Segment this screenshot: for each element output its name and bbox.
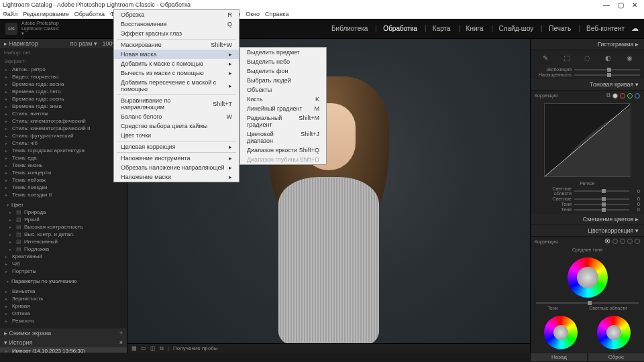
menu-item[interactable]: Новая маска ▸ — [114, 50, 239, 59]
rgb-channel[interactable] — [612, 93, 618, 99]
preset-group[interactable]: Креативный — [0, 253, 127, 260]
preset-item[interactable]: Времена года: зима — [0, 103, 127, 110]
preset-item[interactable]: Времена года: осень — [0, 95, 127, 103]
menu-item[interactable]: Выравнивание по направляющимShift+T — [114, 96, 239, 112]
maximize-button[interactable]: ▢ — [618, 1, 624, 9]
preset-item[interactable]: Стиль: ч/б — [0, 139, 127, 147]
redeye-icon[interactable]: ◉ — [625, 53, 634, 62]
menu-item[interactable]: Вычесть из маски с помощью ▸ — [114, 68, 239, 78]
submenu-item[interactable]: Линейный градиентM — [240, 104, 326, 113]
history-item[interactable]: Импорт (14.10.2023 13:56:30) — [0, 347, 127, 353]
tonecurve-header[interactable]: Тоновая кривая ▾ — [531, 79, 644, 90]
module-Книга[interactable]: Книга — [459, 25, 484, 32]
preset-item[interactable]: Виньетка — [0, 288, 127, 295]
submenu-item[interactable]: Радиальный градиентShift+M — [240, 113, 326, 129]
saturation-slider[interactable]: Насыщенность — [535, 72, 640, 77]
exposure-slider[interactable]: Экспозиция — [535, 67, 640, 72]
preset-item[interactable]: Оптика — [0, 310, 127, 317]
snapshots-header[interactable]: ▸ Снимки экрана+ — [0, 328, 127, 338]
region-slider[interactable]: Тени0 — [535, 207, 640, 212]
menu-item[interactable]: МаскированиеShift+W — [114, 40, 239, 50]
preset-item[interactable]: ▤Высокая контрастность — [0, 223, 127, 231]
menu-item[interactable]: Добавить к маске с помощью ▸ — [114, 59, 239, 68]
preset-item[interactable]: Автон.: ретро — [0, 66, 127, 73]
cg-global[interactable] — [635, 239, 640, 244]
red-channel[interactable] — [620, 93, 625, 99]
preset-group[interactable]: Ч/б — [0, 260, 127, 267]
cg-mid[interactable] — [620, 239, 625, 244]
preset-item[interactable]: Тема: жизнь — [0, 162, 127, 169]
module-Печать[interactable]: Печать — [541, 25, 571, 32]
colorgrading-header[interactable]: Цветокоррекция ▾ — [531, 225, 644, 237]
menu-file[interactable]: Файл — [3, 11, 17, 17]
color-group[interactable]: Цвет — [0, 201, 127, 208]
histogram-header[interactable]: Гистограмма ▸ — [531, 39, 644, 50]
preset-item[interactable]: ▤Подложка — [0, 245, 127, 253]
region-slider[interactable]: Тени0 — [535, 202, 640, 206]
before-after-icon[interactable]: ⧉ — [160, 345, 164, 352]
preset-item[interactable]: Тема: городская архитектура — [0, 147, 127, 154]
preset-item[interactable]: ▤Интенсивный — [0, 238, 127, 245]
preset-item[interactable]: ▤Яркий — [0, 216, 127, 223]
defaults-group[interactable]: Параметры по умолчанию — [0, 278, 127, 285]
menu-item[interactable]: Наложение инструмента ▸ — [114, 154, 239, 163]
menu-item[interactable]: Наложение маски ▸ — [114, 172, 239, 182]
menu-edit[interactable]: Редактирование — [23, 11, 69, 17]
compare-view-icon[interactable]: ◫ — [150, 345, 156, 351]
region-slider[interactable]: Светлые области0 — [535, 186, 640, 196]
menu-develop[interactable]: Обработка — [74, 11, 105, 17]
preset-item[interactable]: Видео: творчество — [0, 73, 127, 80]
preset-item[interactable]: Стиль: винтаж — [0, 110, 127, 117]
heal-icon[interactable]: ◌ — [582, 53, 592, 62]
blue-channel[interactable] — [635, 93, 640, 99]
menu-window[interactable]: Окно — [246, 11, 260, 17]
preset-item[interactable]: Стиль: кинематографический II — [0, 125, 127, 132]
preset-item[interactable]: Стиль: кинематографический — [0, 117, 127, 125]
module-Карта[interactable]: Карта — [425, 25, 451, 32]
preset-item[interactable]: Тема: концерты — [0, 169, 127, 176]
preset-item[interactable]: Зернистость — [0, 295, 127, 302]
preset-item[interactable]: Тема: поездки — [0, 184, 127, 191]
cg-shadow[interactable] — [612, 239, 618, 244]
preset-item[interactable]: Кривая — [0, 302, 127, 310]
menu-item[interactable]: Обрезать наложение направляющей ▸ — [114, 163, 239, 172]
module-Веб-контент[interactable]: Веб-контент — [579, 25, 625, 32]
tone-curve[interactable] — [544, 103, 631, 177]
grid-view-icon[interactable]: ▦ — [131, 345, 137, 351]
submenu-item[interactable]: Диапазон яркостиShift+Q — [240, 145, 326, 155]
menu-item[interactable]: Эффект красных глаз — [114, 29, 239, 38]
module-Библиотека[interactable]: Библиотека — [325, 25, 368, 32]
submenu-item[interactable]: Выделить предмет — [240, 48, 326, 57]
module-Обработка[interactable]: Обработка — [376, 25, 417, 32]
submenu-item[interactable]: Объекты — [240, 85, 326, 95]
mask-icon[interactable]: ◐ — [604, 53, 613, 62]
close-button[interactable]: ✕ — [632, 1, 637, 9]
preset-item[interactable]: Тема: еда — [0, 154, 127, 162]
colormix-header[interactable]: Смешение цветов ▸ — [531, 214, 644, 225]
menu-item[interactable]: ВосстановлениеQ — [114, 19, 239, 29]
preset-item[interactable]: Тема: пейзаж — [0, 176, 127, 184]
submenu-item[interactable]: Выбрать людей — [240, 76, 326, 85]
menu-item[interactable]: ОбрезкаR — [114, 10, 239, 19]
parametric-icon[interactable]: ⧉ — [606, 92, 610, 99]
edit-icon[interactable]: ✎ — [541, 53, 550, 62]
region-slider[interactable]: Светлые0 — [535, 196, 640, 201]
menu-help[interactable]: Справка — [265, 11, 288, 17]
cg-hi[interactable] — [627, 239, 633, 244]
menu-item[interactable]: Целевая коррекция ▸ — [114, 142, 239, 152]
submenu-item[interactable]: Цветовой диапазонShift+J — [240, 129, 326, 145]
preset-item[interactable]: Времена года: весна — [0, 80, 127, 88]
cg-slider[interactable] — [531, 302, 644, 304]
submenu-item[interactable]: КистьK — [240, 95, 326, 104]
preset-item[interactable]: Тема: поездки II — [0, 191, 127, 198]
minimize-button[interactable]: — — [603, 1, 610, 9]
submenu-item[interactable]: Выделить фон — [240, 66, 326, 76]
module-Слайд-шоу[interactable]: Слайд-шоу — [492, 25, 534, 32]
preset-item[interactable]: ▤Природа — [0, 208, 127, 216]
preset-group[interactable]: Портреты — [0, 267, 127, 275]
menu-item[interactable]: Средство выбора цвета каймы — [114, 121, 239, 131]
preset-item[interactable]: Времена года: лето — [0, 88, 127, 95]
preset-item[interactable]: Резкость — [0, 317, 127, 324]
history-header[interactable]: ▾ История× — [0, 338, 127, 347]
midtones-wheel[interactable] — [568, 257, 608, 298]
